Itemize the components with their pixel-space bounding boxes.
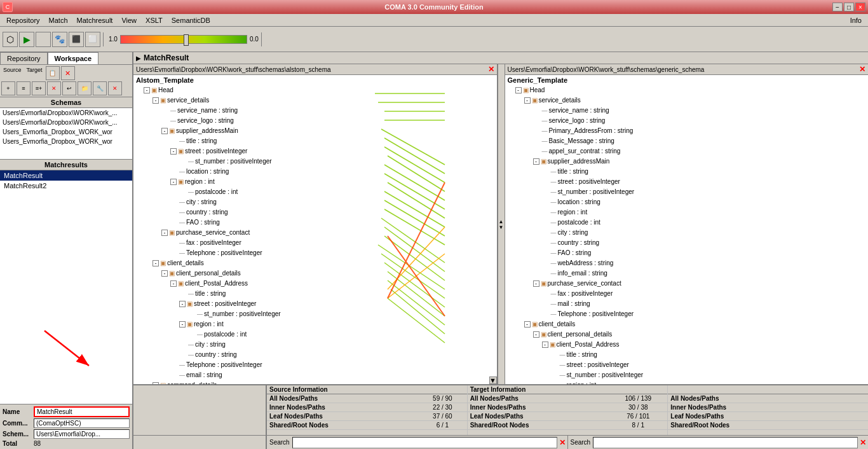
left-tree-content[interactable]: Alstom_Template -▣Head-▣service_details—… xyxy=(133,75,497,384)
toolbar-play-button[interactable]: ▶ xyxy=(19,32,34,47)
menu-match[interactable]: Match xyxy=(45,15,72,25)
menu-semanticdb[interactable]: SemanticDB xyxy=(168,15,214,25)
node-label: postalcode : int xyxy=(558,218,600,227)
folder-icon: ▣ xyxy=(169,269,175,278)
expand-icon[interactable]: - xyxy=(161,230,168,236)
expand-icon[interactable]: - xyxy=(515,87,522,93)
left-btn-10[interactable]: ✕ xyxy=(108,81,122,95)
left-btn-2[interactable]: ✕ xyxy=(61,66,75,80)
expand-icon[interactable]: - xyxy=(524,97,531,104)
left-btn-1[interactable]: 📋 xyxy=(46,66,60,80)
node-label: service_name : string xyxy=(177,106,238,115)
tree-node: —Telephone : positiveInteger xyxy=(133,360,497,370)
left-btn-6[interactable]: ✕ xyxy=(47,81,61,95)
folder-icon: ▣ xyxy=(160,259,166,268)
minimize-button[interactable]: − xyxy=(832,3,843,11)
menu-matchresult[interactable]: Matchresult xyxy=(73,15,117,25)
expand-icon[interactable]: - xyxy=(179,301,186,307)
comm-value: (ComaOptHSC) xyxy=(34,418,130,428)
menu-info[interactable]: Info xyxy=(846,15,865,25)
right-search-input[interactable] xyxy=(593,437,858,448)
left-tree-close[interactable]: ✕ xyxy=(488,65,494,74)
expand-icon[interactable]: - xyxy=(542,342,548,348)
left-btn-7[interactable]: ↩ xyxy=(62,81,76,95)
left-toolbar: Source Target 📋 ✕ + ≡ ≡+ ✕ ↩ 📁 🔧 ✕ xyxy=(0,65,132,97)
maximize-button[interactable]: □ xyxy=(844,3,854,11)
node-label: street : positiveInteger xyxy=(567,361,629,370)
left-btn-5[interactable]: ≡+ xyxy=(32,81,46,95)
expand-icon[interactable]: - xyxy=(153,260,159,266)
menu-repository[interactable]: Repository xyxy=(3,15,44,25)
right-search-input-pane: Search ✕ xyxy=(568,436,869,449)
extra-row-all: All Nodes/Paths xyxy=(668,394,868,403)
tab-repository[interactable]: Repository xyxy=(0,52,48,64)
tree-node: -▣client_details xyxy=(133,258,497,268)
name-value[interactable]: MatchResult xyxy=(34,406,130,417)
expand-icon[interactable]: - xyxy=(153,97,159,104)
extra-col1-header xyxy=(668,385,868,394)
node-label: st_number : positiveInteger xyxy=(558,188,635,197)
expand-icon[interactable]: - xyxy=(179,321,186,328)
expand-icon[interactable]: - xyxy=(153,382,159,384)
tree-node: —email : string xyxy=(133,370,497,380)
expand-icon[interactable]: - xyxy=(161,270,168,277)
close-button[interactable]: × xyxy=(855,3,865,11)
expand-icon[interactable]: - xyxy=(533,331,539,338)
source-stats-header: Source Information xyxy=(267,385,467,394)
tree-node: -▣Head xyxy=(133,85,497,95)
matchresult-item-1[interactable]: MatchResult2 xyxy=(0,181,132,191)
quality-slider[interactable] xyxy=(120,35,247,44)
expand-icon[interactable]: - xyxy=(170,179,177,185)
schema-item-1[interactable]: Users\Evmorfia\Dropbox\WORK\work_... xyxy=(0,118,132,127)
tree-node: -▣supplier_addressMain xyxy=(505,156,869,167)
toolbar-btn-5[interactable]: ⬜ xyxy=(85,32,100,47)
left-search-clear[interactable]: ✕ xyxy=(557,438,567,448)
toolbar-btn-3[interactable]: 🐾 xyxy=(52,32,67,47)
stats-source-all: 59 / 90 xyxy=(418,394,467,403)
tree-node: -▣Head xyxy=(505,85,869,95)
expand-icon[interactable]: - xyxy=(533,280,539,287)
schema-item-0[interactable]: Users\Evmorfia\Dropbox\WORK\work_... xyxy=(0,108,132,118)
node-label: street : positiveInteger xyxy=(194,300,256,308)
left-btn-9[interactable]: 🔧 xyxy=(93,81,107,95)
target-stats-header: Target Information xyxy=(468,385,668,394)
schemas-list[interactable]: Users\Evmorfia\Dropbox\WORK\work_... Use… xyxy=(0,108,132,159)
expand-icon[interactable]: - xyxy=(533,158,539,165)
leaf-icon: — xyxy=(542,137,548,146)
right-tree-root: Generic_Template xyxy=(505,75,869,85)
middle-divider[interactable]: ▲ ▼ xyxy=(498,64,505,384)
right-tree-close[interactable]: ✕ xyxy=(859,65,865,74)
leaf-icon: — xyxy=(551,208,557,217)
expand-icon[interactable]: - xyxy=(144,87,150,93)
tab-workspace[interactable]: Workspace xyxy=(48,52,99,64)
right-stats: Source Information All Nodes/Paths 59 / … xyxy=(267,385,868,435)
expand-icon[interactable]: - xyxy=(524,321,531,328)
left-btn-8[interactable]: 📁 xyxy=(78,81,92,95)
right-tree-content[interactable]: Generic_Template -▣Head-▣service_details… xyxy=(505,75,869,384)
left-search-input[interactable] xyxy=(292,437,557,448)
left-btn-4[interactable]: ≡ xyxy=(17,81,31,95)
toolbar-btn-4[interactable]: ⬛ xyxy=(69,32,84,47)
matchresult-item-0[interactable]: MatchResult xyxy=(0,170,132,181)
schema-item-3[interactable]: Users_Evmorfia_Dropbox_WORK_wor xyxy=(0,137,132,146)
right-search-clear[interactable]: ✕ xyxy=(858,438,868,448)
toolbar-btn-1[interactable]: ⬡ xyxy=(3,32,18,47)
left-btn-3[interactable]: + xyxy=(1,81,15,95)
stats-label-shared-t: Shared/Root Nodes xyxy=(468,421,609,430)
menu-xslt[interactable]: XSLT xyxy=(142,15,166,25)
schema-item-2[interactable]: Users_Evmorfia_Dropbox_WORK_wor xyxy=(0,127,132,137)
toolbar-btn-2[interactable] xyxy=(36,32,51,47)
matchresults-list[interactable]: MatchResult MatchResult2 xyxy=(0,170,132,404)
match-quality-slider: 1.0 0.0 xyxy=(109,35,259,44)
info-row-total: Total 88 xyxy=(3,439,130,448)
slider-thumb[interactable] xyxy=(184,34,189,46)
left-tree-scroll-corner[interactable]: ▼ xyxy=(489,376,497,384)
expand-icon[interactable]: - xyxy=(161,128,168,134)
triangle-icon: ▶ xyxy=(136,55,141,62)
expand-icon[interactable]: - xyxy=(170,280,177,287)
node-label: postalcode : int xyxy=(195,188,238,197)
expand-icon[interactable]: - xyxy=(170,148,177,155)
menu-view[interactable]: View xyxy=(118,15,140,25)
titlebar-title: COMA 3.0 Community Edition xyxy=(0,3,868,11)
tree-node: —postalcode : int xyxy=(505,218,869,228)
